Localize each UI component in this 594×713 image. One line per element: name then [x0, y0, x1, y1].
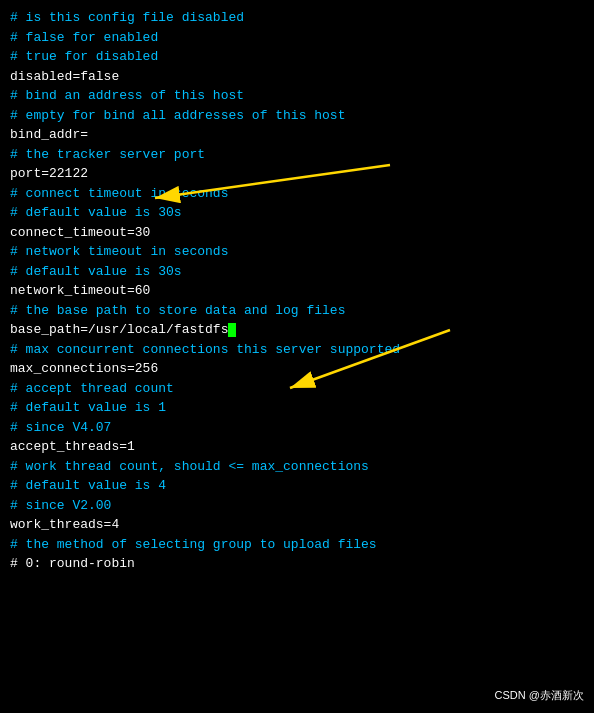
code-line: work_threads=4: [10, 515, 584, 535]
code-line: # max concurrent connections this server…: [10, 340, 584, 360]
code-line: # network timeout in seconds: [10, 242, 584, 262]
code-line: base_path=/usr/local/fastdfs: [10, 320, 584, 340]
code-content: # is this config file disabled# false fo…: [10, 8, 584, 574]
code-line: # default value is 30s: [10, 262, 584, 282]
code-line: # accept thread count: [10, 379, 584, 399]
code-line: # since V2.00: [10, 496, 584, 516]
code-line: # default value is 4: [10, 476, 584, 496]
code-line: # work thread count, should <= max_conne…: [10, 457, 584, 477]
code-line: accept_threads=1: [10, 437, 584, 457]
code-line: network_timeout=60: [10, 281, 584, 301]
code-line: # the tracker server port: [10, 145, 584, 165]
code-line: # default value is 1: [10, 398, 584, 418]
code-line: port=22122: [10, 164, 584, 184]
code-line: # bind an address of this host: [10, 86, 584, 106]
terminal-window: # is this config file disabled# false fo…: [0, 0, 594, 713]
code-line: # false for enabled: [10, 28, 584, 48]
code-line: bind_addr=: [10, 125, 584, 145]
watermark: CSDN @赤酒新次: [495, 687, 584, 704]
code-line: # connect timeout in seconds: [10, 184, 584, 204]
text-cursor: [228, 323, 236, 337]
code-line: disabled=false: [10, 67, 584, 87]
code-line: # empty for bind all addresses of this h…: [10, 106, 584, 126]
code-line: # true for disabled: [10, 47, 584, 67]
code-line: # the method of selecting group to uploa…: [10, 535, 584, 555]
code-line: # 0: round-robin: [10, 554, 584, 574]
code-line: # since V4.07: [10, 418, 584, 438]
code-line: connect_timeout=30: [10, 223, 584, 243]
code-line: # default value is 30s: [10, 203, 584, 223]
code-line: max_connections=256: [10, 359, 584, 379]
code-line: # is this config file disabled: [10, 8, 584, 28]
code-line: # the base path to store data and log fi…: [10, 301, 584, 321]
